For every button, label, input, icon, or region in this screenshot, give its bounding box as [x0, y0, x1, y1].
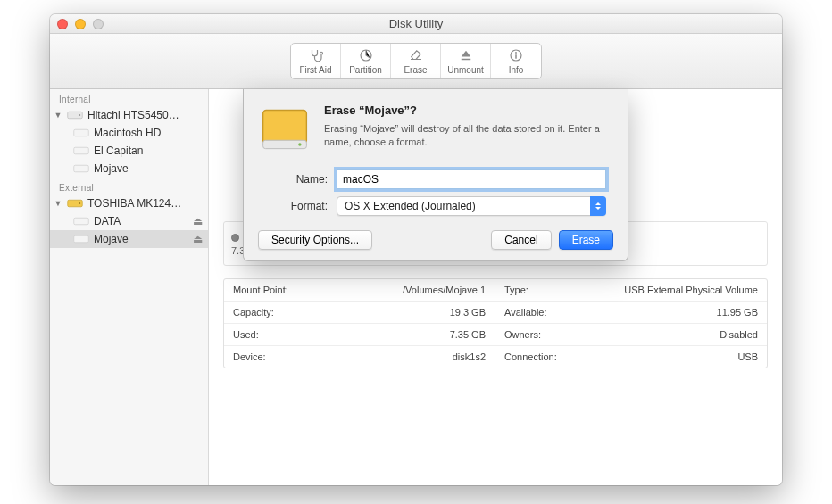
- toolbar-erase-button[interactable]: Erase: [391, 44, 441, 78]
- sidebar-drive-label: Hitachi HTS5450…: [87, 109, 203, 121]
- table-row: Type:USB External Physical Volume: [495, 279, 767, 302]
- titlebar[interactable]: Disk Utility: [50, 14, 782, 34]
- eject-icon[interactable]: ⏏: [193, 215, 203, 227]
- sidebar-volume-label: Macintosh HD: [94, 127, 203, 139]
- table-row: Capacity:19.3 GB: [224, 302, 495, 324]
- security-options-button[interactable]: Security Options...: [258, 230, 372, 250]
- table-row: Device:disk1s2: [224, 346, 495, 368]
- format-select-value: OS X Extended (Journaled): [337, 196, 606, 216]
- svg-point-6: [79, 114, 80, 116]
- name-input[interactable]: [337, 169, 606, 189]
- toolbar-segment: First Aid Partition Erase Unmount Info: [290, 43, 542, 79]
- table-row: Mount Point:/Volumes/Mojave 1: [224, 279, 495, 302]
- sidebar-volume-label: Mojave: [94, 233, 188, 245]
- svg-point-3: [515, 52, 517, 54]
- toolbar-firstaid-label: First Aid: [299, 65, 331, 75]
- table-row: Connection:USB: [495, 346, 767, 368]
- toolbar-info-button[interactable]: Info: [491, 44, 541, 78]
- volume-icon: [73, 127, 89, 139]
- eject-icon: [457, 47, 475, 63]
- svg-rect-13: [74, 235, 89, 243]
- svg-point-0: [320, 52, 322, 54]
- details-table: Mount Point:/Volumes/Mojave 1 Type:USB E…: [223, 278, 768, 368]
- erase-icon: [407, 47, 425, 63]
- toolbar-partition-button[interactable]: Partition: [341, 44, 391, 78]
- sidebar-volume-label: DATA: [94, 215, 188, 227]
- toolbar-unmount-label: Unmount: [447, 65, 484, 75]
- svg-point-11: [79, 202, 80, 204]
- hdd-icon: [67, 109, 83, 121]
- sidebar-header-external: External: [50, 178, 208, 194]
- svg-rect-8: [74, 147, 89, 154]
- cancel-button[interactable]: Cancel: [491, 230, 551, 250]
- external-drive-icon: [258, 103, 312, 157]
- sidebar-internal-drive[interactable]: ▼ Hitachi HTS5450…: [50, 106, 208, 124]
- volume-icon: [73, 162, 89, 175]
- disclosure-triangle-icon[interactable]: ▼: [54, 111, 62, 120]
- sidebar-external-drive[interactable]: ▼ TOSHIBA MK124…: [50, 194, 208, 212]
- sidebar-drive-label: TOSHIBA MK124…: [87, 197, 203, 210]
- info-icon: [507, 47, 525, 63]
- table-row: Owners:Disabled: [495, 324, 767, 346]
- disclosure-triangle-icon[interactable]: ▼: [54, 199, 62, 208]
- toolbar-erase-label: Erase: [404, 65, 427, 75]
- disk-utility-window: Disk Utility First Aid Partition Erase U…: [50, 14, 782, 485]
- table-row: Available:11.95 GB: [495, 302, 767, 324]
- svg-point-16: [298, 143, 301, 145]
- svg-rect-9: [74, 165, 89, 172]
- toolbar-firstaid-button[interactable]: First Aid: [291, 44, 341, 78]
- erase-sheet-dialog: Erase “Mojave”? Erasing “Mojave” will de…: [243, 89, 628, 261]
- format-field-label: Format:: [265, 200, 328, 212]
- chevron-updown-icon: [590, 196, 606, 216]
- sidebar-volume-macintosh-hd[interactable]: Macintosh HD: [50, 124, 208, 142]
- sidebar-volume-mojave-external[interactable]: Mojave ⏏: [50, 230, 208, 248]
- sidebar-volume-label: Mojave: [94, 162, 203, 175]
- sheet-description: Erasing “Mojave” will destroy of all the…: [324, 122, 613, 149]
- svg-rect-12: [74, 218, 89, 225]
- toolbar-info-label: Info: [509, 65, 524, 75]
- name-field-label: Name:: [265, 173, 328, 186]
- window-title: Disk Utility: [50, 17, 782, 30]
- sidebar-volume-label: El Capitan: [94, 145, 203, 157]
- piechart-icon: [357, 47, 375, 63]
- toolbar-partition-label: Partition: [349, 65, 382, 75]
- volume-icon: [73, 233, 89, 245]
- toolbar-unmount-button[interactable]: Unmount: [441, 44, 491, 78]
- dot-icon: [231, 234, 239, 242]
- erase-button[interactable]: Erase: [559, 230, 613, 250]
- sheet-title: Erase “Mojave”?: [324, 103, 613, 117]
- svg-rect-4: [515, 54, 517, 59]
- volume-icon: [73, 145, 89, 157]
- table-row: Used:7.35 GB: [224, 324, 495, 346]
- eject-icon[interactable]: ⏏: [193, 233, 203, 245]
- volume-icon: [73, 215, 89, 227]
- format-select[interactable]: OS X Extended (Journaled): [337, 196, 606, 216]
- stethoscope-icon: [307, 47, 325, 63]
- sidebar-header-internal: Internal: [50, 89, 208, 106]
- svg-rect-14: [263, 111, 307, 145]
- sidebar-volume-data[interactable]: DATA ⏏: [50, 212, 208, 230]
- svg-rect-7: [74, 129, 89, 136]
- external-hdd-icon: [67, 197, 83, 210]
- sidebar: Internal ▼ Hitachi HTS5450… Macintosh HD…: [50, 89, 209, 485]
- toolbar: First Aid Partition Erase Unmount Info: [50, 34, 782, 89]
- sidebar-volume-el-capitan[interactable]: El Capitan: [50, 142, 208, 160]
- sidebar-volume-mojave-internal[interactable]: Mojave: [50, 160, 208, 178]
